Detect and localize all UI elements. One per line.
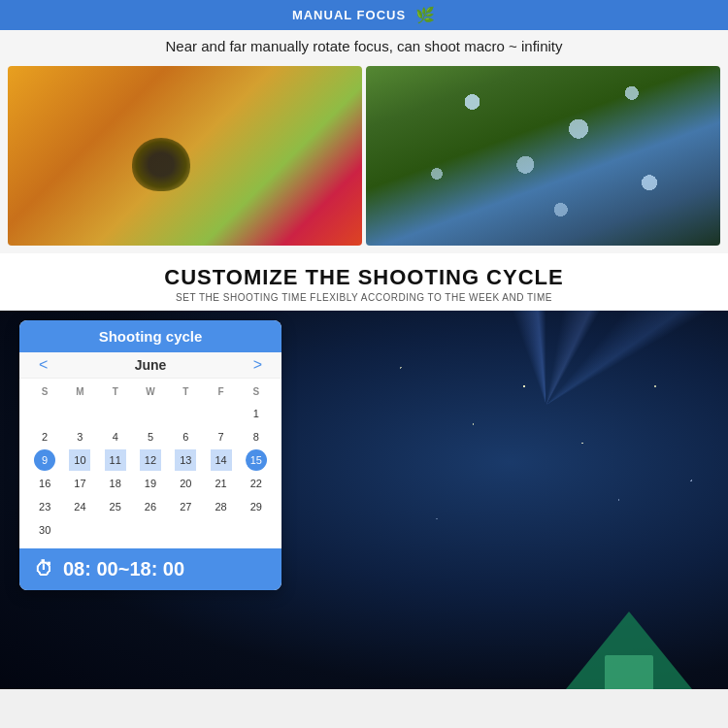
day-cell-2[interactable]: 2 [34, 426, 55, 447]
tent-image [566, 602, 692, 689]
calendar-row-4: 16 17 18 19 20 21 22 [27, 473, 274, 494]
day-cell-30[interactable]: 30 [34, 519, 55, 541]
day-cell [175, 519, 196, 541]
day-cell[interactable] [140, 403, 161, 424]
day-cell-26[interactable]: 26 [140, 496, 161, 517]
calendar-row-5: 23 24 25 26 27 28 29 [27, 496, 274, 517]
day-cell-9[interactable]: 9 [34, 449, 55, 471]
day-cell-27[interactable]: 27 [175, 496, 196, 517]
calendar-row-1: 1 [27, 403, 274, 424]
day-cell-24[interactable]: 24 [69, 496, 90, 517]
day-cell-7[interactable]: 7 [211, 426, 232, 447]
day-cell[interactable] [105, 403, 126, 424]
day-cell-15[interactable]: 15 [246, 449, 267, 471]
clock-icon: ⏱ [34, 558, 53, 580]
calendar-header: Shooting cycle [19, 320, 281, 352]
calendar-nav: < June > [19, 352, 281, 379]
day-cell-16[interactable]: 16 [34, 473, 55, 494]
day-cell-8[interactable]: 8 [246, 426, 267, 447]
day-cell-11[interactable]: 11 [105, 449, 126, 471]
day-cell-28[interactable]: 28 [211, 496, 232, 517]
calendar-grid: S M T W T F S 1 2 3 4 [19, 379, 281, 548]
day-cell [211, 519, 232, 541]
bee-photo [8, 66, 362, 246]
calendar-month: June [135, 357, 167, 373]
manual-focus-description: Near and far manually rotate focus, can … [0, 30, 728, 62]
day-cell-18[interactable]: 18 [105, 473, 126, 494]
day-header-m: M [62, 384, 97, 399]
day-cell-29[interactable]: 29 [246, 496, 267, 517]
manual-focus-bar: MANUAL FOCUS 🌿 [0, 0, 728, 30]
day-cell-6[interactable]: 6 [175, 426, 196, 447]
calendar-row-2: 2 3 4 5 6 7 8 [27, 426, 274, 447]
day-cell[interactable] [211, 403, 232, 424]
day-header-s1: S [27, 384, 62, 399]
time-bar: ⏱ 08: 00~18: 00 [19, 548, 281, 590]
day-cell-21[interactable]: 21 [211, 473, 232, 494]
day-cell-3[interactable]: 3 [69, 426, 90, 447]
day-cell [69, 519, 90, 541]
day-cell-25[interactable]: 25 [105, 496, 126, 517]
day-header-s2: S [239, 384, 274, 399]
day-cell-22[interactable]: 22 [246, 473, 267, 494]
calendar-row-3: 9 10 11 12 13 14 15 [27, 449, 274, 471]
day-cell [140, 519, 161, 541]
calendar-card: Shooting cycle < June > S M T W T F S [19, 320, 281, 590]
day-cell [105, 519, 126, 541]
calendar-row-6: 30 [27, 519, 274, 541]
day-cell-10[interactable]: 10 [69, 449, 90, 471]
day-cell-19[interactable]: 19 [140, 473, 161, 494]
day-cell-4[interactable]: 4 [105, 426, 126, 447]
day-header-w: W [133, 384, 168, 399]
time-display: 08: 00~18: 00 [63, 558, 184, 580]
water-drops-photo [366, 66, 720, 246]
customize-section: CUSTOMIZE THE SHOOTING CYCLE SET THE SHO… [0, 253, 728, 311]
customize-subtitle: SET THE SHOOTING TIME FLEXIBLY ACCORDING… [10, 292, 718, 303]
day-cell[interactable] [34, 403, 55, 424]
day-cell[interactable] [175, 403, 196, 424]
photos-row [0, 62, 728, 253]
camera-icon: 🌿 [415, 6, 436, 24]
day-cell-5[interactable]: 5 [140, 426, 161, 447]
day-cell[interactable] [69, 403, 90, 424]
day-cell-23[interactable]: 23 [34, 496, 55, 517]
bottom-section: Shooting cycle < June > S M T W T F S [0, 311, 728, 689]
day-cell-1[interactable]: 1 [246, 403, 267, 424]
day-header-f: F [203, 384, 238, 399]
day-cell-12[interactable]: 12 [140, 449, 161, 471]
day-cell-14[interactable]: 14 [211, 449, 232, 471]
day-cell [246, 519, 267, 541]
top-section: MANUAL FOCUS 🌿 Near and far manually rot… [0, 0, 728, 253]
day-header-t1: T [98, 384, 133, 399]
day-cell-20[interactable]: 20 [175, 473, 196, 494]
customize-title: CUSTOMIZE THE SHOOTING CYCLE [10, 265, 718, 290]
focus-bar-label: MANUAL FOCUS [292, 8, 406, 22]
prev-month-button[interactable]: < [34, 356, 52, 374]
day-cell-17[interactable]: 17 [69, 473, 90, 494]
next-month-button[interactable]: > [248, 356, 267, 374]
day-headers: S M T W T F S [27, 384, 274, 399]
day-header-t2: T [168, 384, 203, 399]
day-cell-13[interactable]: 13 [175, 449, 196, 471]
